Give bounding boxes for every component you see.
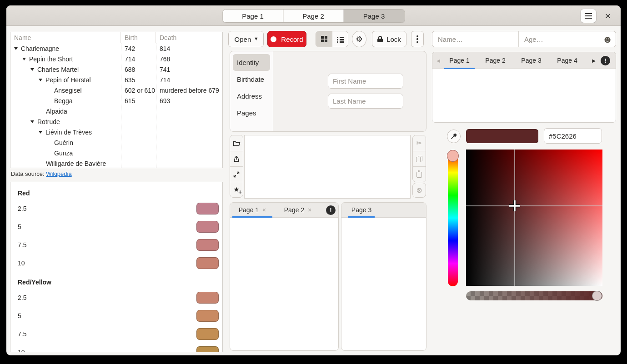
scale-label: 7.5 — [18, 330, 196, 338]
lock-button[interactable]: Lock — [372, 31, 406, 47]
list-item[interactable]: 7.5 — [10, 325, 222, 343]
expander-icon[interactable] — [39, 79, 42, 81]
last-name-field[interactable] — [328, 94, 403, 109]
tab-overflow-warning-icon[interactable]: ! — [326, 205, 336, 215]
list-item[interactable]: 10 — [10, 343, 222, 352]
expander-icon[interactable] — [30, 120, 34, 123]
titlebar-tab-page3[interactable]: Page 3 — [344, 10, 404, 22]
first-name-field[interactable] — [328, 74, 403, 89]
list-view-button[interactable] — [332, 31, 348, 47]
family-tree-table: Name Birth Death Charlemagne 742 814 Pep… — [10, 32, 223, 168]
table-row[interactable]: Charles Martel 688 741 — [10, 64, 222, 75]
person-name: Ansegisel — [54, 87, 82, 94]
sidebar-item-address[interactable]: Address — [233, 88, 270, 105]
age-input[interactable] — [519, 31, 616, 47]
close-window-button[interactable]: × — [602, 9, 614, 23]
more-menu-button[interactable] — [411, 31, 424, 47]
tab-overflow-warning-icon[interactable]: ! — [601, 56, 610, 65]
person-name: Guérin — [54, 139, 73, 146]
grid-view-button[interactable] — [316, 31, 332, 47]
identity-sidebar: Identity Birthdate Address Pages — [230, 51, 273, 131]
hue-slider[interactable] — [448, 150, 458, 286]
emoji-picker-icon[interactable]: ☻ — [603, 35, 612, 45]
table-row[interactable]: Charlemagne 742 814 — [10, 43, 222, 54]
person-birth: 742 — [121, 45, 156, 52]
eyedropper-button[interactable] — [447, 130, 461, 143]
open-file-button[interactable] — [230, 135, 243, 151]
expander-icon[interactable] — [14, 47, 18, 50]
record-button[interactable]: Record — [267, 31, 306, 47]
table-row[interactable]: Rotrude — [10, 116, 222, 127]
alpha-slider-handle[interactable] — [592, 291, 602, 301]
menu-button[interactable] — [581, 9, 596, 23]
table-row[interactable]: Liévin de Trèves — [10, 127, 222, 137]
table-row[interactable]: Pepin the Short 714 768 — [10, 54, 222, 64]
table-row[interactable]: Pepin of Herstal 635 714 — [10, 75, 222, 85]
close-tab-icon[interactable]: × — [308, 207, 311, 213]
person-birth: 714 — [121, 55, 156, 63]
sidebar-item-birthdate[interactable]: Birthdate — [233, 71, 270, 88]
tab-page3[interactable]: Page 3 — [348, 203, 375, 218]
table-row[interactable]: Ansegisel 602 or 610 murdered before 679 — [10, 85, 222, 95]
scale-section-title: Red — [10, 187, 222, 199]
toolbar: Open ▼ Record ⚙ Lock — [228, 31, 426, 47]
list-item[interactable]: 7.5 — [10, 236, 222, 254]
favorite-add-button[interactable]: ★+ — [230, 182, 243, 197]
prev-tab-arrow-icon: ◀ — [432, 58, 444, 63]
saturation-value-plane[interactable] — [466, 150, 602, 286]
table-row[interactable]: Willigarde de Bavière — [10, 158, 222, 168]
settings-button[interactable]: ⚙ — [352, 31, 366, 47]
pager-tab-page3[interactable]: Page 3 — [516, 52, 547, 69]
table-row[interactable]: Alpaida — [10, 106, 222, 116]
sidebar-item-pages[interactable]: Pages — [233, 105, 270, 121]
text-editor-area[interactable] — [244, 135, 411, 199]
scale-label: 2.5 — [18, 205, 196, 212]
tab-page2[interactable]: Page 2 × — [278, 203, 318, 218]
next-tab-arrow-icon[interactable]: ▶ — [588, 58, 600, 63]
paste-button — [413, 166, 426, 182]
notebook-tab-bar: Page 3 — [341, 203, 426, 218]
list-item[interactable]: 10 — [10, 254, 222, 272]
titlebar: Page 1 Page 2 Page 3 × — [6, 5, 621, 26]
person-birth: 688 — [121, 66, 156, 73]
pager-tab-page2[interactable]: Page 2 — [480, 52, 511, 69]
titlebar-tab-page2[interactable]: Page 2 — [283, 10, 344, 22]
sidebar-item-identity[interactable]: Identity — [233, 54, 270, 71]
list-item[interactable]: 5 — [10, 307, 222, 325]
pager-tab-page1[interactable]: Page 1 — [444, 52, 475, 69]
cut-icon: ✂ — [416, 139, 422, 147]
color-swatch — [196, 328, 219, 340]
column-divider — [156, 43, 156, 168]
expander-icon[interactable] — [22, 58, 26, 60]
list-item[interactable]: 2.5 — [10, 199, 222, 218]
vertical-dots-icon — [416, 35, 418, 43]
open-button[interactable]: Open ▼ — [228, 31, 264, 47]
hex-color-input[interactable] — [544, 128, 602, 144]
table-row[interactable]: Guérin — [10, 137, 222, 148]
column-divider — [121, 43, 121, 168]
expand-button[interactable] — [230, 166, 243, 182]
list-item[interactable]: 5 — [10, 218, 222, 236]
person-death: 741 — [156, 66, 222, 73]
pager-tab-page4[interactable]: Page 4 — [552, 52, 582, 69]
color-swatch — [196, 239, 219, 251]
name-input[interactable] — [432, 31, 519, 47]
column-header-death[interactable]: Death — [156, 32, 222, 43]
wikipedia-link[interactable]: Wikipedia — [46, 170, 71, 177]
expander-icon[interactable] — [39, 131, 42, 134]
expander-icon[interactable] — [30, 68, 34, 71]
table-row[interactable]: Begga 615 693 — [10, 95, 222, 106]
list-item[interactable]: 2.5 — [10, 289, 222, 307]
export-button[interactable] — [230, 151, 243, 166]
tab-page1[interactable]: Page 1 × — [232, 203, 272, 218]
gear-icon: ⚙ — [356, 35, 362, 44]
alpha-slider[interactable] — [466, 291, 602, 300]
column-header-birth[interactable]: Birth — [121, 32, 156, 43]
tab-label: Page 3 — [351, 206, 371, 214]
column-header-name[interactable]: Name — [10, 32, 121, 43]
table-row[interactable]: Gunza — [10, 148, 222, 158]
eyedropper-icon — [450, 133, 457, 140]
hue-slider-handle[interactable] — [447, 150, 459, 162]
titlebar-tab-page1[interactable]: Page 1 — [223, 10, 283, 22]
close-tab-icon[interactable]: × — [262, 207, 266, 213]
